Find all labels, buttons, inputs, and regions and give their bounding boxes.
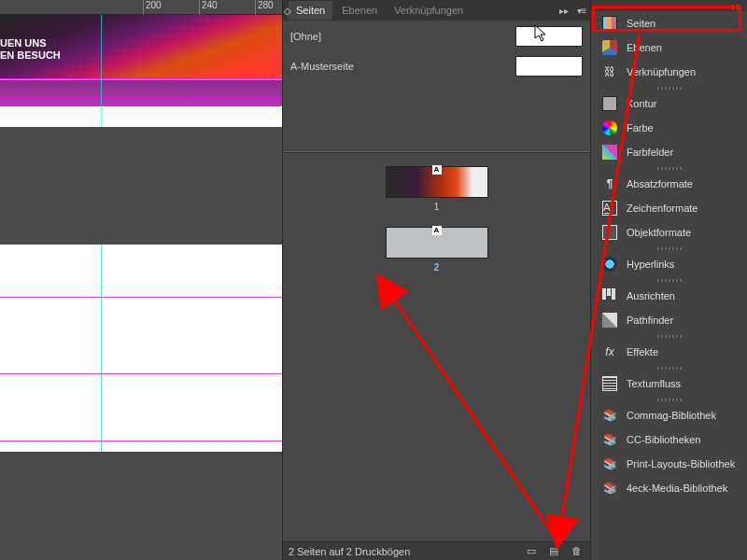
banner-line-2: EN BESUCH [0, 49, 61, 61]
sidebar-item-commag-bibliothek[interactable]: 📚Commag-Bibliothek [591, 403, 747, 427]
sidebar-item-label: Seiten [627, 18, 655, 29]
status-text: 2 Seiten auf 2 Druckbögen [289, 546, 410, 557]
sidebar-item-seiten[interactable]: Seiten [591, 11, 747, 35]
sidebar-item-farbfelder[interactable]: Farbfelder [591, 140, 747, 164]
farbe-icon [602, 120, 617, 135]
sidebar-item-textumfluss[interactable]: Textumfluss [591, 371, 747, 396]
guide-horizontal[interactable] [0, 78, 282, 79]
sidebar-item-print-layouts-bibliothek[interactable]: 📚Print-Layouts-Bibliothek [591, 452, 747, 476]
sidebar-item-label: Effekte [627, 346, 658, 357]
sidebar-item-objektformate[interactable]: Objektformate [591, 220, 747, 245]
sidebar-item-label: Ausrichten [627, 290, 675, 301]
effekte-icon: fx [602, 344, 617, 359]
pages-panel: ◇ Seiten Ebenen Verknüpfungen ▸▸ ▾≡ [Ohn… [282, 0, 590, 560]
sidebar-item-label: Farbe [627, 122, 654, 133]
zeichenformate-icon: A̲ [602, 201, 617, 216]
master-a-label: A-Musterseite [290, 61, 354, 72]
guide-vertical[interactable] [101, 15, 102, 127]
sidebar-item-label: Kontur [627, 98, 656, 109]
4eck-media-bibliothek-icon: 📚 [602, 481, 617, 496]
sidebar-item-label: Zeichenformate [627, 203, 698, 214]
sidebar-item-label: Commag-Bibliothek [627, 410, 716, 421]
sidebar-item-label: Ebenen [627, 42, 662, 53]
sidebar-item-label: 4eck-Media-Bibliothek [627, 483, 727, 494]
mouse-cursor-icon [534, 24, 547, 43]
textumfluss-icon [602, 376, 617, 391]
spread-number-2: 2 [434, 262, 440, 273]
sidebar-item-pathfinder[interactable]: Pathfinder [591, 308, 747, 332]
master-a-thumb[interactable] [515, 56, 583, 77]
sidebar-item-label: Pathfinder [627, 315, 673, 326]
sidebar-item-label: Hyperlinks [627, 259, 674, 270]
sidebar-item-absatzformate[interactable]: ¶Absatzformate [591, 172, 747, 196]
dock-header[interactable]: ▸▸ [591, 0, 747, 11]
sidebar-item-label: Verknüpfungen [627, 66, 696, 77]
pages-panel-statusbar: 2 Seiten auf 2 Druckbögen ▭ ▤ 🗑 [283, 541, 590, 560]
create-new-page-icon[interactable]: ▤ [549, 545, 562, 558]
ruler-tick: 240 [199, 0, 218, 15]
edit-page-size-icon[interactable]: ▭ [527, 545, 540, 558]
sidebar-item-label: Absatzformate [627, 178, 693, 189]
panel-dock: ▸▸ SeitenEbenen⛓VerknüpfungenKonturFarbe… [590, 0, 747, 560]
sidebar-item-label: Objektformate [627, 227, 691, 238]
farbfelder-icon [602, 145, 617, 160]
pathfinder-icon [602, 313, 617, 328]
sidebar-item-label: Print-Layouts-Bibliothek [627, 458, 735, 469]
sidebar-item-label: Farbfelder [627, 147, 673, 158]
guide-horizontal[interactable] [0, 297, 282, 298]
sidebar-item-zeichenformate[interactable]: A̲Zeichenformate [591, 196, 747, 220]
pasteboard-gap [0, 127, 282, 245]
sidebar-item-effekte[interactable]: fxEffekte [591, 340, 747, 364]
tab-links[interactable]: Verknüpfungen [387, 1, 471, 20]
guide-horizontal[interactable] [0, 105, 282, 105]
page-2-artwork[interactable] [0, 245, 282, 452]
document-canvas[interactable]: 200240280 UEN UNS EN BESUCH [0, 0, 282, 560]
sidebar-item-kontur[interactable]: Kontur [591, 91, 747, 116]
guide-vertical[interactable] [101, 245, 102, 452]
spread-thumb-2[interactable]: A [386, 227, 488, 259]
master-none-label: [Ohne] [290, 31, 321, 42]
kontur-icon [602, 96, 617, 111]
master-badge: A [432, 165, 442, 175]
spread-thumb-1[interactable]: A [386, 166, 488, 198]
ebenen-icon [602, 40, 617, 55]
masters-divider[interactable] [283, 151, 590, 153]
expand-icon[interactable]: ▸▸ [557, 0, 571, 21]
collapse-toggle-icon[interactable]: ◇ [283, 0, 292, 21]
sidebar-group-separator [591, 84, 747, 91]
tab-layers[interactable]: Ebenen [334, 1, 385, 20]
sidebar-item-verknuepfungen[interactable]: ⛓Verknüpfungen [591, 60, 747, 84]
master-badge: A [432, 226, 442, 235]
tab-pages[interactable]: Seiten [289, 1, 332, 20]
master-none-thumb[interactable] [515, 26, 583, 47]
cc-bibliotheken-icon: 📚 [602, 432, 617, 447]
banner-line-1: UEN UNS [0, 37, 47, 49]
sidebar-group-separator [591, 332, 747, 340]
document-spreads-section: A 1 A 2 [283, 161, 590, 287]
ruler-tick: 200 [143, 0, 162, 15]
banner-text: UEN UNS EN BESUCH [0, 37, 61, 62]
sidebar-item-hyperlinks[interactable]: Hyperlinks [591, 252, 747, 276]
guide-horizontal[interactable] [0, 97, 282, 98]
ruler-tick: 280 [255, 0, 274, 15]
sidebar-item-4eck-media-bibliothek[interactable]: 📚4eck-Media-Bibliothek [591, 476, 747, 500]
sidebar-group-separator [591, 276, 747, 284]
horizontal-ruler[interactable]: 200240280 [0, 0, 282, 15]
panel-tabstrip: ◇ Seiten Ebenen Verknüpfungen ▸▸ ▾≡ [283, 0, 590, 21]
sidebar-group-separator [591, 364, 747, 371]
verknuepfungen-icon: ⛓ [602, 64, 617, 79]
panel-menu-icon[interactable]: ▾≡ [575, 0, 588, 21]
page-1-artwork[interactable]: UEN UNS EN BESUCH [0, 15, 282, 127]
sidebar-item-cc-bibliotheken[interactable]: 📚CC-Bibliotheken [591, 427, 747, 452]
delete-page-icon[interactable]: 🗑 [571, 545, 585, 558]
expand-dock-icon[interactable]: ▸▸ [732, 1, 741, 11]
sidebar-item-farbe[interactable]: Farbe [591, 116, 747, 140]
sidebar-item-label: CC-Bibliotheken [627, 434, 700, 445]
guide-horizontal[interactable] [0, 441, 282, 441]
sidebar-group-separator [591, 164, 747, 172]
guide-horizontal[interactable] [0, 373, 282, 374]
sidebar-item-ausrichten[interactable]: Ausrichten [591, 284, 747, 308]
master-a-row[interactable]: A-Musterseite [290, 56, 583, 77]
sidebar-group-separator [591, 245, 747, 252]
sidebar-item-ebenen[interactable]: Ebenen [591, 35, 747, 60]
